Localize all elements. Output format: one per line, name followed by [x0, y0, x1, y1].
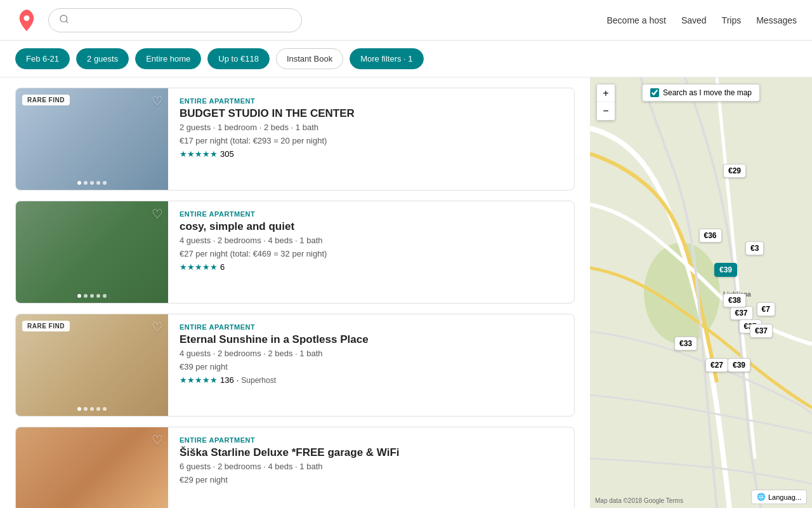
filter-btn-dates[interactable]: Feb 6-21	[15, 48, 70, 69]
listing-card-2[interactable]: ♡ ENTIRE APARTMENT cosy, simple and quie…	[15, 201, 575, 304]
logo[interactable]	[15, 9, 38, 32]
listing-card-4[interactable]: ♡ ENTIRE APARTMENT Šiška Starline Deluxe…	[15, 427, 575, 508]
listing-details: 4 guests · 2 bedrooms · 4 beds · 1 bath	[180, 236, 563, 245]
price-pin-p5[interactable]: €37	[730, 306, 753, 320]
price-pin-p8[interactable]: €37	[750, 324, 773, 338]
listing-info: ENTIRE APARTMENT Šiška Starline Deluxe *…	[168, 427, 574, 508]
listing-type: ENTIRE APARTMENT	[180, 97, 563, 105]
dot-0	[77, 407, 81, 411]
rare-find-badge: RARE FIND	[22, 321, 70, 331]
search-as-move-label: Search as I move the map	[663, 88, 752, 97]
map-search-bar[interactable]: Search as I move the map	[642, 84, 760, 102]
listing-image: RARE FIND ♡	[16, 314, 168, 416]
price-pin-p4[interactable]: €3	[745, 241, 764, 255]
rating-count: 136	[220, 375, 234, 385]
main-layout: RARE FIND ♡ ENTIRE APARTMENT BUDGET STUD…	[0, 77, 812, 508]
listing-title: BUDGET STUDIO IN THE CENTER	[180, 107, 563, 120]
header-nav: Become a host Saved Trips Messages	[607, 15, 797, 25]
wishlist-button[interactable]: ♡	[152, 206, 163, 222]
listing-type: ENTIRE APARTMENT	[180, 436, 563, 444]
rare-find-badge: RARE FIND	[22, 95, 70, 105]
listing-card-3[interactable]: RARE FIND ♡ ENTIRE APARTMENT Eternal Sun…	[15, 314, 575, 417]
listing-details: 6 guests · 2 bedrooms · 4 beds · 1 bath	[180, 462, 563, 471]
search-icon	[59, 14, 69, 27]
search-input[interactable]: Ljubljana · Homes	[74, 15, 291, 25]
listing-type: ENTIRE APARTMENT	[180, 210, 563, 218]
svg-point-0	[60, 15, 67, 22]
star-rating: ★★★★★	[180, 262, 218, 272]
listing-rating: ★★★★★ 305	[180, 149, 563, 159]
dot-0	[77, 294, 81, 298]
listing-card-1[interactable]: RARE FIND ♡ ENTIRE APARTMENT BUDGET STUD…	[15, 88, 575, 190]
dot-4	[103, 407, 107, 411]
map-language-button[interactable]: 🌐 Languag...	[751, 490, 807, 504]
map-footer: Map data ©2018 Google Terms	[595, 497, 683, 504]
listing-image: RARE FIND ♡	[16, 88, 168, 190]
zoom-out-button[interactable]: −	[597, 102, 615, 120]
dot-4	[103, 294, 107, 298]
globe-icon: 🌐	[757, 493, 766, 501]
listing-details: 2 guests · 1 bedroom · 2 beds · 1 bath	[180, 123, 563, 132]
listing-title: cosy, simple and quiet	[180, 220, 563, 233]
superhost-badge: Superhost	[241, 376, 276, 385]
price-pin-p3[interactable]: €39	[714, 263, 737, 277]
filter-btn-more_filters[interactable]: More filters · 1	[350, 48, 423, 69]
dot-3	[96, 294, 100, 298]
dot-2	[90, 294, 94, 298]
price-pin-p9[interactable]: €7	[757, 302, 775, 316]
listing-rating: ★★★★★ 136 · Superhost	[180, 375, 563, 385]
messages-link[interactable]: Messages	[756, 15, 797, 25]
listing-price: €27 per night (total: €469 = 32 per nigh…	[180, 249, 563, 258]
search-as-move-checkbox[interactable]	[650, 88, 659, 97]
image-dots	[77, 407, 107, 411]
search-bar[interactable]: Ljubljana · Homes	[48, 8, 302, 32]
wishlist-button[interactable]: ♡	[152, 432, 163, 448]
become-host-link[interactable]: Become a host	[607, 15, 666, 25]
filter-btn-instant_book[interactable]: Instant Book	[276, 48, 343, 69]
listing-image: ♡	[16, 427, 168, 508]
rating-count: 305	[220, 149, 234, 159]
price-pin-p1[interactable]: €29	[723, 164, 746, 178]
listings-panel: RARE FIND ♡ ENTIRE APARTMENT BUDGET STUD…	[0, 77, 590, 508]
dot-1	[84, 294, 88, 298]
dot-3	[96, 407, 100, 411]
price-pin-p6[interactable]: €38	[723, 293, 746, 307]
image-dots	[77, 181, 107, 185]
dot-2	[90, 181, 94, 185]
map-zoom-controls[interactable]: + −	[596, 84, 615, 121]
star-rating: ★★★★★	[180, 375, 218, 385]
listing-price: €29 per night	[180, 475, 563, 485]
dot-4	[103, 181, 107, 185]
filter-btn-price[interactable]: Up to €118	[207, 48, 270, 69]
listing-title: Eternal Sunshine in a Spotless Place	[180, 333, 563, 346]
image-dots	[77, 294, 107, 298]
header: Ljubljana · Homes Become a host Saved Tr…	[0, 0, 812, 41]
dot-1	[84, 181, 88, 185]
listing-title: Šiška Starline Deluxe *FREE garage & WiF…	[180, 446, 563, 459]
dot-0	[77, 181, 81, 185]
dot-1	[84, 407, 88, 411]
star-rating: ★★★★★	[180, 149, 218, 159]
listing-info: ENTIRE APARTMENT cosy, simple and quiet …	[168, 201, 574, 303]
wishlist-button[interactable]: ♡	[152, 319, 163, 335]
listing-info: ENTIRE APARTMENT BUDGET STUDIO IN THE CE…	[168, 88, 574, 190]
listing-price: €39 per night	[180, 362, 563, 371]
filter-btn-home_type[interactable]: Entire home	[135, 48, 201, 69]
map-panel: Ljubljana + − Search as I move the map M…	[590, 77, 812, 508]
dot-2	[90, 407, 94, 411]
zoom-in-button[interactable]: +	[597, 84, 615, 102]
filters-bar: Feb 6-212 guestsEntire homeUp to €118Ins…	[0, 41, 812, 77]
listing-image: ♡	[16, 201, 168, 303]
price-pin-p12[interactable]: €39	[728, 358, 750, 372]
wishlist-button[interactable]: ♡	[152, 93, 163, 109]
language-label: Languag...	[768, 493, 801, 501]
saved-link[interactable]: Saved	[681, 15, 707, 25]
listing-rating: ★★★★★ 6	[180, 262, 563, 272]
trips-link[interactable]: Trips	[722, 15, 742, 25]
price-pin-p2[interactable]: €36	[699, 229, 722, 243]
listing-price: €17 per night (total: €293 = 20 per nigh…	[180, 136, 563, 145]
filter-btn-guests[interactable]: 2 guests	[76, 48, 129, 69]
rating-count: 6	[220, 262, 225, 272]
price-pin-p10[interactable]: €33	[674, 337, 697, 351]
price-pin-p11[interactable]: €27	[705, 358, 728, 372]
